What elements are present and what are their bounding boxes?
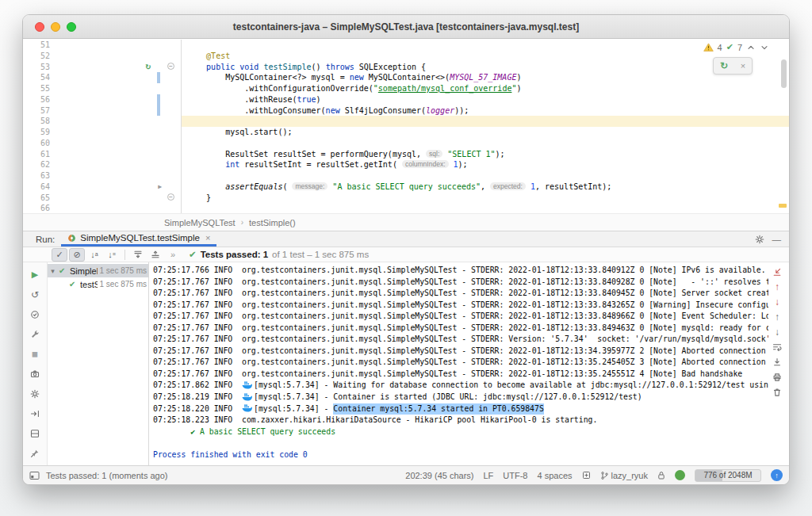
test-tree-row[interactable]: ✔testSimple()1 sec 875 ms	[48, 277, 148, 291]
docker-whale-icon	[242, 393, 254, 402]
ide-status-icon[interactable]	[675, 470, 685, 480]
toolwindow-icon[interactable]	[29, 471, 40, 480]
sort-by-duration-icon[interactable]: ↓≡	[104, 248, 120, 262]
pin-tab-icon[interactable]	[26, 443, 44, 463]
editor-line[interactable]: 57 .withLogConsumer(new Slf4jLogConsumer…	[23, 105, 789, 117]
show-passed-icon[interactable]: ✓	[52, 248, 67, 262]
fold-marker-icon[interactable]: −	[167, 193, 174, 201]
next-occurrence-icon[interactable]: ↓	[768, 324, 786, 339]
chevron-down-icon[interactable]	[760, 43, 769, 52]
editor-line[interactable]: 53↻− public void testSimple() throws SQL…	[23, 62, 789, 73]
editor-line[interactable]: 65− }	[23, 193, 789, 204]
background-task-icon[interactable]: ↑	[771, 469, 783, 481]
test-passed-icon: ✔	[69, 280, 78, 289]
editor-line[interactable]: 60	[23, 138, 789, 149]
editor-gutter: 58	[23, 116, 182, 127]
code-text: assertEquals( message: "A basic SELECT q…	[182, 182, 789, 193]
console-line: 07:25:17.767 INFO org.testcontainers.jun…	[153, 323, 768, 334]
coverage-settings-icon[interactable]	[26, 384, 44, 403]
editor-line[interactable]: 51	[23, 40, 789, 51]
show-ignored-icon[interactable]: ⊘	[69, 248, 85, 262]
editor-line[interactable]: 52 @Test	[23, 51, 789, 62]
code-text: mysql.start();	[182, 127, 789, 138]
breadcrumb-method[interactable]: testSimple()	[249, 218, 296, 227]
editor-scrollbar-thumb[interactable]	[781, 59, 787, 88]
editor-line[interactable]: 62 int resultSetInt = resultSet.getInt( …	[23, 159, 789, 170]
hide-panel-icon[interactable]: —	[772, 235, 782, 244]
next-failed-test-icon[interactable]: ↓	[768, 294, 786, 309]
tests-passed-status[interactable]: Tests passed: 1 (moments ago)	[46, 471, 167, 480]
jump-to-source-icon[interactable]	[768, 264, 786, 279]
minimize-window-button[interactable]	[51, 22, 60, 32]
caret-position[interactable]: 202:39 (45 chars)	[405, 471, 473, 480]
collapse-all-icon[interactable]	[147, 248, 163, 262]
chevron-down-icon[interactable]: ▾	[49, 267, 56, 275]
warning-stripe-mark[interactable]	[779, 204, 787, 208]
editor-line[interactable]: 64▶ assertEquals( message: "A basic SELE…	[23, 182, 789, 193]
scroll-to-end-icon[interactable]	[768, 354, 786, 369]
editor-line[interactable]: 56 .withReuse(true)	[23, 94, 789, 105]
test-toolbar: ✓⊘↓a↓≡» ✔ Tests passed: 1 of 1 test – 1 …	[23, 247, 789, 262]
test-settings-icon[interactable]	[26, 324, 44, 344]
warning-count[interactable]: 4	[718, 43, 722, 52]
line-separator[interactable]: LF	[483, 471, 493, 480]
test-name[interactable]: SimpleMySQLTest	[70, 266, 98, 276]
settings-gear-icon[interactable]	[755, 235, 764, 244]
chevron-up-icon[interactable]	[746, 43, 756, 52]
test-tree[interactable]: ▾✔SimpleMySQLTest1 sec 875 ms✔testSimple…	[48, 262, 149, 465]
rerun-floating-widget[interactable]: ↻ ×	[713, 57, 753, 75]
console-layout-icon[interactable]	[26, 423, 44, 443]
soft-wrap-icon[interactable]	[768, 339, 786, 354]
console-line: 07:25:17.767 INFO org.testcontainers.jun…	[153, 288, 768, 300]
test-history-icon[interactable]	[26, 364, 44, 384]
previous-occurrence-icon[interactable]: ↑	[768, 309, 786, 324]
run-test-gutter-icon[interactable]: ↻	[145, 61, 151, 72]
memory-indicator[interactable]: 776 of 2048M	[695, 469, 761, 482]
close-icon[interactable]: ×	[741, 61, 745, 71]
editor-line[interactable]: 54 MySQLContainer<?> mysql = new MySQLCo…	[23, 72, 789, 83]
editor-line[interactable]: 59 mysql.start();	[23, 127, 789, 138]
editor-line[interactable]: 63	[23, 170, 789, 182]
fold-end-icon[interactable]: ▶	[158, 182, 162, 193]
git-branch-widget[interactable]: lazy_ryuk	[600, 471, 648, 480]
code-text	[182, 138, 789, 149]
inspections-widget[interactable]: 4 ✔ 7	[701, 41, 772, 53]
editor-line[interactable]: 55 .withConfigurationOverride("somepath/…	[23, 83, 789, 94]
line-number: 63	[40, 170, 61, 182]
branch-name[interactable]: lazy_ryuk	[611, 471, 648, 480]
import-tests-icon[interactable]	[26, 403, 44, 423]
code-style-widget-icon[interactable]	[582, 471, 591, 480]
code-editor[interactable]: 5152 @Test53↻− public void testSimple() …	[23, 39, 789, 213]
line-number: 51	[40, 40, 61, 51]
passed-count[interactable]: 7	[737, 43, 742, 52]
previous-failed-test-icon[interactable]: ↑	[768, 279, 786, 294]
stop-icon[interactable]: ◼	[26, 344, 44, 364]
console-line: 07:25:18.223 INFO com.zaxxer.hikari.Hika…	[153, 415, 768, 426]
test-tree-row[interactable]: ▾✔SimpleMySQLTest1 sec 875 ms	[48, 264, 148, 277]
print-icon[interactable]	[768, 369, 786, 384]
close-window-button[interactable]	[35, 22, 44, 32]
zoom-window-button[interactable]	[67, 22, 76, 32]
editor-line[interactable]: 61 ResultSet resultSet = performQuery(my…	[23, 149, 789, 160]
expand-all-icon[interactable]	[130, 248, 146, 262]
fold-marker-icon[interactable]: −	[167, 63, 174, 70]
test-console[interactable]: 07:25:17.766 INFO org.testcontainers.jun…	[149, 262, 789, 465]
file-encoding[interactable]: UTF-8	[503, 471, 527, 480]
rerun-test-icon[interactable]: ↻	[720, 60, 728, 71]
lock-icon[interactable]	[657, 471, 665, 480]
more-options-icon[interactable]: »	[165, 248, 181, 262]
breadcrumb-class[interactable]: SimpleMySQLTest	[164, 218, 236, 227]
close-tab-icon[interactable]: ×	[205, 233, 210, 243]
editor-line[interactable]: 58	[23, 116, 789, 127]
window-title: testcontainers-java – SimpleMySQLTest.ja…	[233, 21, 579, 32]
editor-line[interactable]: 66	[23, 203, 789, 213]
toggle-auto-test-icon[interactable]	[26, 304, 44, 324]
rerun-failed-tests-icon[interactable]: ↺	[26, 285, 44, 304]
run-tab-title[interactable]: SimpleMySQLTest.testSimple	[80, 233, 200, 243]
rerun-test-icon[interactable]: ▶	[26, 265, 44, 285]
test-name[interactable]: testSimple()	[80, 280, 98, 289]
indent-setting[interactable]: 4 spaces	[538, 471, 573, 480]
clear-console-icon[interactable]	[768, 384, 786, 399]
sort-alphabetically-icon[interactable]: ↓a	[86, 248, 102, 262]
run-tab[interactable]: SimpleMySQLTest.testSimple ×	[61, 231, 216, 247]
